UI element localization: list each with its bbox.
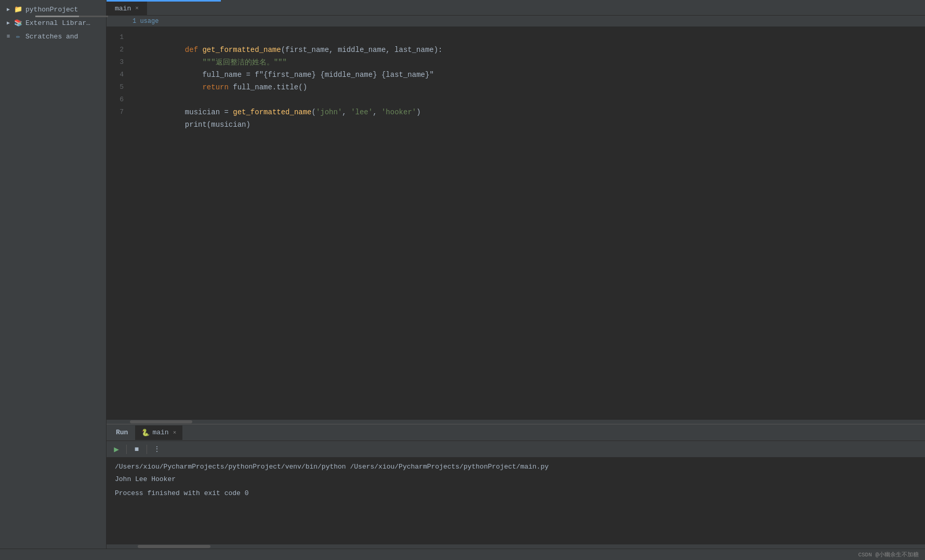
top-progress-bar [107,0,221,2]
line-number-2: 2 [107,44,130,56]
arrow-icon-3: ≡ [4,32,12,41]
output-result-line: John Lee Hooker [115,474,917,485]
toolbar-divider [126,445,127,454]
print-keyword: print [185,121,207,129]
bottom-tab-bar: Run 🐍 main × [107,424,925,441]
output-path-line: /Users/xiou/PycharmProjects/pythonProjec… [115,462,917,472]
usage-hint: 1 usage [107,16,925,27]
code-line-1: 1 def get_formatted_name(first_name, mid… [107,31,925,44]
editor-area: main × 1 usage 1 def get_formatted_name(… [107,0,925,549]
bottom-tab-close[interactable]: × [173,430,177,436]
toolbar-divider-2 [147,445,147,454]
run-label: Run [111,429,133,436]
sidebar-item-label-3: Scratches and [25,33,78,41]
sidebar-item-scratches[interactable]: ≡ ✏️ Scratches and [0,30,106,43]
stop-button[interactable]: ■ [131,444,142,455]
code-area[interactable]: 1 def get_formatted_name(first_name, mid… [107,27,925,420]
arrow-icon-2: ▶ [4,19,12,27]
code-line-6: 6 musician = get_formatted_name('john', … [107,94,925,106]
line-number-3: 3 [107,56,130,69]
status-bar: CSDN @小幽余生不加糖 [0,549,925,560]
code-line-7: 7 print(musician) [107,106,925,118]
scrollbar-thumb [130,420,192,423]
horizontal-scrollbar[interactable] [107,420,925,424]
bottom-tab-main[interactable]: 🐍 main × [135,425,182,440]
usage-hint-text: 1 usage [133,18,158,25]
folder-icon: 📁 [14,5,23,14]
output-exit-line: Process finished with exit code 0 [115,488,917,499]
bottom-scrollbar-thumb [138,545,210,548]
bottom-panel: Run 🐍 main × ▶ [107,424,925,549]
sidebar-item-pythonproject[interactable]: ▶ 📁 pythonProject [0,3,106,16]
tab-label: main [115,5,131,12]
print-args: (musician) [207,121,250,129]
sidebar-item-label: pythonProject [25,6,78,14]
bottom-tab-label: main [152,429,168,436]
python-icon: 🐍 [141,429,150,437]
code-line-4: 4 return full_name.title() [107,69,925,81]
line-number-4: 4 [107,69,130,81]
code-line-2: 2 """返回整洁的姓名。""" [107,44,925,56]
run-output: /Users/xiou/PycharmProjects/pythonProjec… [107,458,925,544]
code-line-3: 3 full_name = f"{first_name} {middle_nam… [107,56,925,69]
arrow-icon: ▶ [4,5,12,14]
sidebar: ▶ 📁 pythonProject ▶ 📚 External Librar… ≡… [0,0,107,549]
tab-close-button[interactable]: × [135,5,139,11]
tab-progress-bar [107,16,108,17]
more-options-button[interactable]: ⋮ [151,444,163,455]
bottom-scrollbar[interactable] [107,544,925,549]
line-content-5 [130,81,925,94]
line-number-6: 6 [107,94,130,106]
library-icon: 📚 [14,18,23,28]
line-number-1: 1 [107,31,130,44]
bottom-toolbar: ▶ ■ ⋮ [107,441,925,458]
code-line-5: 5 [107,81,925,94]
run-side-toolbar: ▶ [111,444,122,455]
line-content-7: print(musician) [130,106,925,143]
tab-bar: main × [107,0,925,16]
sidebar-item-label-2: External Librar… [25,19,90,27]
status-bar-text: CSDN @小幽余生不加糖 [858,551,919,558]
line-number-7: 7 [107,106,130,118]
editor-tab-main[interactable]: main × [107,1,148,15]
run-play-button[interactable]: ▶ [111,444,122,455]
scratches-icon: ✏️ [14,32,23,41]
line-number-5: 5 [107,81,130,94]
sidebar-item-external-libraries[interactable]: ▶ 📚 External Librar… [0,16,106,30]
